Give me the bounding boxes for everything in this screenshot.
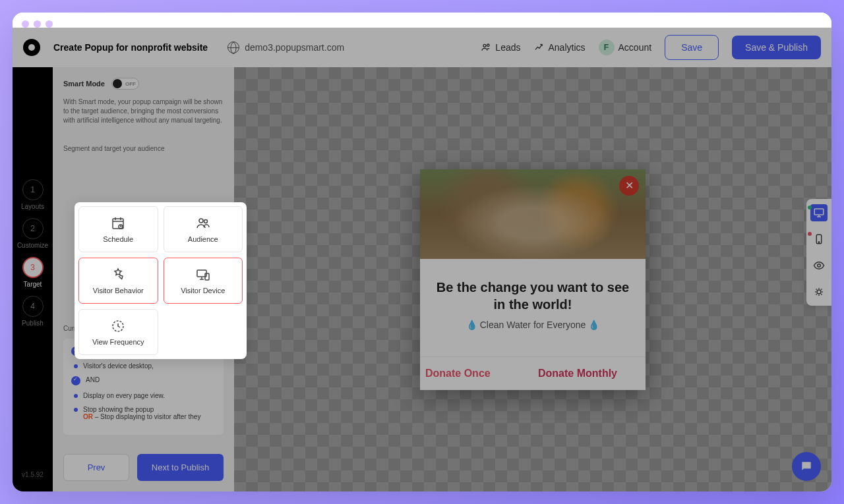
nav-leads[interactable]: Leads [481,42,520,53]
version-label: v1.5.92 [22,471,44,478]
save-publish-button[interactable]: Save & Publish [732,36,821,59]
svg-rect-7 [113,219,123,229]
app-logo [23,39,40,56]
page-title: Create Popup for nonprofit website [53,42,208,53]
target-visitor-behavior-card[interactable]: Visitor Behavior [78,258,158,304]
rule-bullet-icon [74,394,78,398]
svg-point-4 [818,242,820,243]
svg-point-1 [487,44,489,46]
donate-once-button[interactable]: Donate Once [420,357,533,390]
status-dot-icon [808,232,812,236]
preview-canvas: ✕ Be the change you want to see in the w… [234,67,831,491]
device-desktop-button[interactable] [810,204,828,221]
preview-visibility-button[interactable] [810,257,828,274]
calendar-icon [110,215,126,231]
popup-image: ✕ [420,169,646,259]
domain-display[interactable]: demo3.popupsmart.com [227,42,344,53]
prev-button[interactable]: Prev [63,454,129,481]
desktop-icon [813,207,825,219]
status-dot-icon [808,206,812,210]
target-audience-card[interactable]: Audience [164,206,243,252]
svg-point-6 [817,290,821,294]
avatar: F [599,40,615,55]
step-publish[interactable]: 4 Publish [22,296,44,327]
svg-point-0 [483,44,486,47]
svg-rect-2 [814,209,824,215]
traffic-light-min[interactable] [34,20,41,28]
traffic-light-max[interactable] [45,20,53,28]
audience-icon [195,215,211,231]
svg-point-5 [818,264,821,267]
mobile-icon [813,233,825,245]
device-mobile-button[interactable] [810,231,828,248]
leads-icon [481,42,491,53]
target-visitor-device-card[interactable]: Visitor Device [164,258,243,304]
save-button[interactable]: Save [665,35,719,60]
step-target[interactable]: 3 Target [22,257,44,288]
step-customize[interactable]: 2 Customize [17,218,48,249]
popup-preview: ✕ Be the change you want to see in the w… [420,169,646,390]
smart-mode-label: Smart Mode [63,80,105,88]
bug-icon [813,286,825,298]
traffic-light-close[interactable] [22,20,29,28]
domain-text: demo3.popupsmart.com [245,42,344,53]
svg-point-9 [199,219,203,223]
window-controls [13,13,831,28]
chat-button[interactable] [792,452,821,481]
app-window: Create Popup for nonprofit website demo3… [13,13,831,491]
nav-account[interactable]: F Account [599,40,652,55]
segment-heading: Segment and target your audience [63,145,224,152]
frequency-icon [110,318,126,334]
targeting-flyout: Schedule Audience Visitor Behavior Visit… [75,202,247,359]
smart-mode-toggle[interactable]: OFF [111,78,139,90]
target-view-frequency-card[interactable]: View Frequency [78,309,158,355]
behavior-icon [110,267,126,283]
target-schedule-card[interactable]: Schedule [78,206,158,252]
smart-mode-description: With Smart mode, your popup campaign wil… [63,98,224,125]
rule-bullet-icon [74,408,78,412]
device-rail [806,199,831,306]
device-icon [195,267,211,283]
globe-icon [227,42,239,53]
svg-point-10 [204,220,207,223]
nav-analytics[interactable]: Analytics [534,42,586,53]
rule-check-icon [71,376,80,385]
analytics-icon [534,42,545,53]
next-button[interactable]: Next to Publish [137,454,224,481]
popup-close-button[interactable]: ✕ [619,176,639,196]
donate-monthly-button[interactable]: Donate Monthly [533,357,646,390]
popup-heading: Be the change you want to see in the wor… [436,279,630,313]
preview-settings-button[interactable] [810,283,828,300]
steps-rail: 1 Layouts 2 Customize 3 Target 4 Publish… [13,67,53,491]
eye-icon [813,260,825,271]
step-layouts[interactable]: 1 Layouts [21,179,44,210]
popup-subheading: 💧 Clean Water for Everyone 💧 [436,320,630,330]
rule-bullet-icon [74,364,78,368]
chat-icon [800,460,813,473]
topbar: Create Popup for nonprofit website demo3… [13,28,831,67]
